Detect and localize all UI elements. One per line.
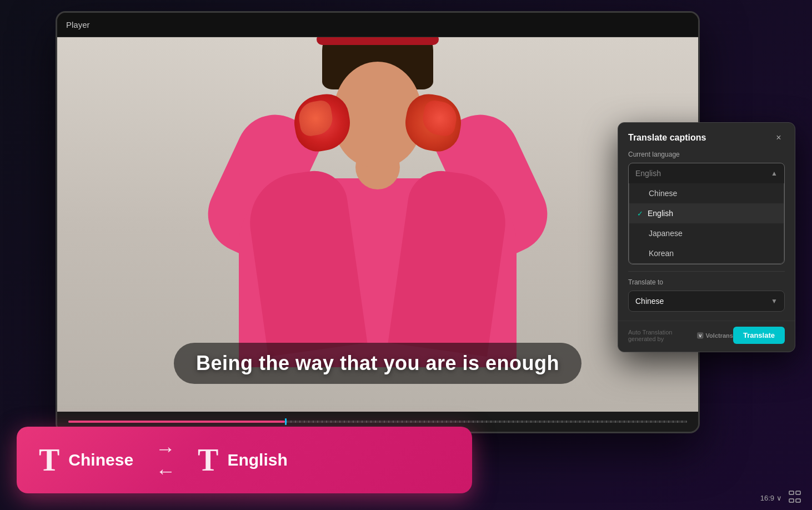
timeline-cursor	[285, 418, 287, 425]
popup-close-button[interactable]: ×	[773, 132, 785, 144]
check-icon: ✓	[637, 209, 643, 218]
main-container: Player Being the way that you are is eno…	[0, 0, 812, 510]
source-language-label: Chinese	[68, 451, 133, 469]
dropdown-options-list: Chinese ✓ English Japanese Korean	[629, 183, 784, 264]
subtitle-bar: Being the way that you are is enough	[174, 343, 582, 384]
popup-footer: Auto Translation generated by V Volctran…	[618, 321, 795, 352]
current-language-label: Current language	[628, 151, 785, 158]
current-language-dropdown[interactable]: English ▲ Chinese ✓ English Japanese	[628, 163, 785, 264]
translation-arrows: → →	[156, 439, 176, 481]
auto-translation-note: Auto Translation generated by V Volctran…	[628, 329, 733, 342]
language-option-korean[interactable]: Korean	[629, 243, 784, 263]
translate-button[interactable]: Translate	[733, 327, 785, 344]
source-language-item: T Chinese	[39, 442, 133, 478]
target-language-item: T English	[198, 442, 288, 478]
volctrans-icon: V	[697, 332, 703, 339]
target-language-label: English	[227, 451, 287, 469]
subtitle-text: Being the way that you are is enough	[196, 352, 559, 374]
dropdown-arrow-icon: ▲	[771, 169, 778, 177]
translation-bar: T Chinese → → T English	[17, 427, 472, 493]
language-option-english[interactable]: ✓ English	[629, 203, 784, 223]
translate-to-dropdown[interactable]: Chinese ▼	[628, 291, 785, 312]
player-title: Player	[66, 20, 90, 29]
popup-body: Current language English ▲ Chinese ✓ Eng…	[618, 151, 795, 321]
translate-to-label: Translate to	[628, 278, 785, 286]
aspect-ratio-value: 16:9	[760, 494, 774, 502]
language-option-japanese[interactable]: Japanese	[629, 223, 784, 243]
fullscreen-icon	[789, 491, 801, 503]
svg-rect-3	[796, 491, 800, 494]
popup-header: Translate captions ×	[618, 123, 795, 151]
svg-rect-5	[796, 499, 800, 502]
video-area: Being the way that you are is enough	[57, 37, 698, 412]
language-option-japanese-label: Japanese	[649, 229, 683, 238]
svg-text:V: V	[699, 333, 701, 338]
arrow-left-icon: →	[156, 461, 176, 481]
monitor: Player Being the way that you are is eno…	[56, 11, 700, 433]
timeline-progress	[68, 421, 285, 423]
dropdown-placeholder: English	[635, 169, 661, 178]
aspect-ratio-arrow: ∨	[776, 494, 782, 502]
aspect-ratio-button[interactable]: 16:9 ∨	[760, 494, 782, 502]
translate-to-arrow-icon: ▼	[771, 297, 778, 305]
fullscreen-button[interactable]	[789, 491, 801, 506]
translate-to-value: Chinese	[635, 297, 664, 306]
volctrans-label: Volctrans	[706, 332, 733, 339]
body-shape	[239, 178, 517, 367]
target-text-icon: T	[198, 442, 218, 478]
svg-rect-2	[789, 491, 794, 494]
popup-divider	[628, 271, 785, 272]
auto-note-text: Auto Translation generated by	[628, 329, 695, 342]
beret-shape	[311, 37, 444, 45]
language-option-chinese-label: Chinese	[649, 189, 677, 198]
timeline-track[interactable]	[68, 421, 687, 423]
video-controls-bottom: 16:9 ∨	[760, 491, 801, 506]
monitor-topbar: Player	[57, 13, 698, 37]
translate-captions-popup: Translate captions × Current language En…	[618, 122, 795, 352]
arrow-right-icon: →	[156, 439, 176, 459]
language-option-korean-label: Korean	[649, 249, 674, 258]
source-text-icon: T	[39, 442, 59, 478]
popup-title: Translate captions	[628, 133, 706, 143]
svg-rect-4	[789, 499, 794, 502]
dropdown-selected-row[interactable]: English ▲	[629, 163, 784, 183]
language-option-chinese[interactable]: Chinese	[629, 183, 784, 203]
language-option-english-label: English	[648, 209, 673, 218]
